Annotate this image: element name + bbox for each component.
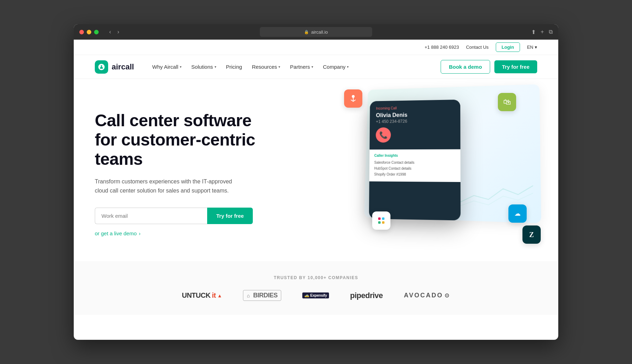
live-demo-link[interactable]: or get a live demo ›: [95, 230, 277, 236]
contact-us-link[interactable]: Contact Us: [466, 45, 488, 50]
avocado-circle-icon: ⊙: [445, 292, 450, 299]
chevron-down-icon: ▾: [215, 65, 216, 69]
chevron-down-icon: ▾: [535, 45, 537, 50]
shopify-integration-icon: 🛍: [498, 93, 516, 111]
caller-name: Olivia Denis: [376, 111, 454, 119]
insight-label: Caller Insights: [374, 154, 455, 157]
chevron-down-icon: ▾: [347, 65, 349, 69]
salesforce-integration-icon: ☁: [508, 204, 527, 223]
phone-body: Caller Insights Salesforce Contact detai…: [369, 149, 461, 182]
chevron-down-icon: ▾: [311, 65, 313, 69]
app-mockup: Incoming Call Olivia Denis +1 450 234-87…: [341, 86, 544, 254]
call-status: Incoming Call: [376, 105, 454, 110]
expensify-logo: 🚕 Expensify: [302, 292, 329, 298]
language-label: EN: [527, 45, 533, 50]
minimize-button[interactable]: [87, 30, 91, 34]
hero-signup-form: Try for free: [95, 208, 277, 224]
nav-item-why-aircall[interactable]: Why Aircall ▾: [152, 64, 182, 70]
svg-rect-2: [382, 217, 384, 220]
svg-rect-4: [382, 221, 384, 224]
logo-icon: [95, 60, 108, 74]
hero-content: Call center software for customer-centri…: [95, 111, 277, 237]
chevron-down-icon: ▾: [180, 65, 182, 69]
browser-titlebar: ‹ › 🔒 aircall.io ⬆ + ⧉: [74, 24, 558, 40]
login-button[interactable]: Login: [496, 42, 520, 52]
address-bar[interactable]: 🔒 aircall.io: [260, 27, 372, 37]
crm-row-2: HubSpot Contact details: [374, 166, 455, 172]
birdies-house-icon: ⌂: [247, 293, 250, 298]
book-demo-button[interactable]: Book a demo: [441, 60, 490, 74]
tabs-icon[interactable]: ⧉: [549, 29, 553, 35]
website-content: +1 888 240 6923 Contact Us Login EN ▾ ai…: [74, 40, 558, 315]
maximize-button[interactable]: [94, 30, 99, 34]
hero-subtitle: Transform customers experiences with the…: [95, 177, 242, 195]
browser-window: ‹ › 🔒 aircall.io ⬆ + ⧉ +1 888 240 6923 C…: [74, 24, 558, 340]
nav-item-company[interactable]: Company ▾: [323, 64, 349, 70]
nav-items: Why Aircall ▾ Solutions ▾ Pricing Resour…: [152, 64, 430, 70]
call-button[interactable]: 📞: [376, 127, 391, 143]
nav-item-pricing[interactable]: Pricing: [226, 64, 242, 70]
browser-toolbar-right: ⬆ + ⧉: [531, 29, 553, 35]
lock-icon: 🔒: [304, 30, 309, 34]
untuckit-logo: UNTUCKit ▲: [182, 291, 222, 299]
top-utility-bar: +1 888 240 6923 Contact Us Login EN ▾: [74, 40, 558, 55]
chevron-right-icon: ›: [139, 230, 140, 236]
hubspot-integration-icon: [344, 89, 362, 108]
svg-rect-1: [378, 217, 381, 220]
new-tab-icon[interactable]: +: [541, 29, 544, 35]
avocado-logo: AVOCADO⊙: [404, 292, 450, 299]
back-button[interactable]: ‹: [107, 27, 113, 36]
main-navigation: aircall Why Aircall ▾ Solutions ▾ Pricin…: [74, 55, 558, 79]
hero-try-free-button[interactable]: Try for free: [207, 208, 253, 224]
nav-right-actions: Book a demo Try for free: [441, 60, 537, 74]
nav-item-partners[interactable]: Partners ▾: [290, 64, 313, 70]
svg-rect-3: [378, 221, 381, 224]
work-email-input[interactable]: [95, 208, 207, 224]
crm-row-1: Salesforce Contact details: [374, 160, 455, 166]
nav-item-solutions[interactable]: Solutions ▾: [191, 64, 216, 70]
share-icon[interactable]: ⬆: [531, 29, 536, 35]
phone-header: Incoming Call Olivia Denis +1 450 234-87…: [370, 100, 461, 150]
url-text: aircall.io: [311, 29, 328, 35]
trusted-logos: UNTUCKit ▲ ⌂ BIRDIES 🚕 Expensify pipedri…: [95, 290, 537, 301]
crm-row-3: Shopify Order #1998: [374, 171, 455, 178]
trusted-section: TRUSTED BY 10,000+ COMPANIES UNTUCKit ▲ …: [74, 261, 558, 315]
hero-illustration: Incoming Call Olivia Denis +1 450 234-87…: [291, 100, 537, 247]
browser-navigation: ‹ ›: [107, 27, 121, 36]
nav-item-resources[interactable]: Resources ▾: [252, 64, 280, 70]
chevron-down-icon: ▾: [278, 65, 280, 69]
hero-title: Call center software for customer-centri…: [95, 111, 277, 169]
pipedrive-logo: pipedrive: [350, 291, 383, 300]
svg-point-0: [352, 95, 355, 98]
try-free-nav-button[interactable]: Try for free: [494, 60, 537, 73]
slack-integration-icon: [372, 211, 390, 230]
logo-link[interactable]: aircall: [95, 60, 134, 74]
expensify-badge: 🚕 Expensify: [302, 292, 329, 298]
untuckit-flag-icon: ▲: [217, 293, 222, 298]
hero-section: Call center software for customer-centri…: [74, 79, 558, 261]
language-selector[interactable]: EN ▾: [527, 45, 537, 50]
caller-number: +1 450 234-8726: [376, 118, 454, 124]
phone-number: +1 888 240 6923: [424, 45, 459, 50]
zendesk-integration-icon: Z: [522, 225, 541, 244]
close-button[interactable]: [79, 30, 84, 34]
trusted-label: TRUSTED BY 10,000+ COMPANIES: [95, 275, 537, 280]
phone-mockup: Incoming Call Olivia Denis +1 450 234-87…: [369, 100, 461, 221]
birdies-logo: ⌂ BIRDIES: [243, 290, 281, 301]
logo-text: aircall: [112, 62, 134, 72]
forward-button[interactable]: ›: [115, 27, 121, 36]
